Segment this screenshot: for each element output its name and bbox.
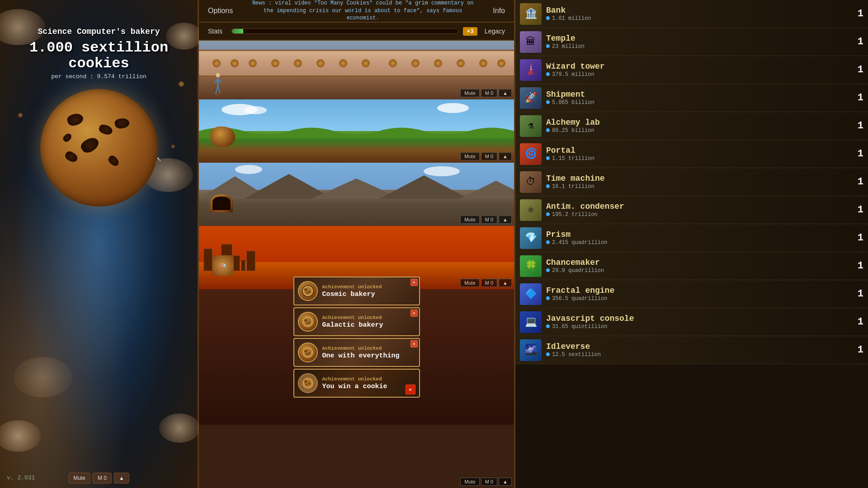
- middle-panel: Options News : viral video "Too Many Coo…: [199, 0, 515, 488]
- building-item-javascript-console[interactable]: 💻 Javascript console 31.65 quintillion 1: [515, 308, 868, 336]
- expand-mine-btn[interactable]: ▲: [499, 216, 512, 224]
- stick-figure: [212, 72, 222, 95]
- building-cost: 31.65 quintillion: [546, 324, 850, 330]
- building-info: Prism 2.415 quadrillion: [546, 230, 850, 246]
- building-item-wizard-tower[interactable]: 🗼 Wizard tower 379.5 million 1: [515, 56, 868, 84]
- stats-button[interactable]: Stats: [203, 26, 227, 37]
- mute-field-btn[interactable]: Mute: [460, 152, 479, 160]
- building-info: Bank 1.61 million: [546, 6, 850, 22]
- building-item-alchemy-lab[interactable]: ⚗️ Alchemy lab 86.25 billion 1: [515, 112, 868, 140]
- building-count: 1: [850, 288, 863, 300]
- building-cost: 86.25 billion: [546, 127, 850, 134]
- svg-line-5: [218, 86, 220, 94]
- legacy-badge: +3: [463, 27, 477, 36]
- xp-bar: [232, 29, 243, 33]
- top-bar: Options News : viral video "Too Many Coo…: [199, 0, 514, 23]
- building-icon: 🚀: [520, 87, 542, 109]
- conveyor-cookie: [497, 59, 505, 67]
- building-info: Chancemaker 29.9 quadrillion: [546, 258, 850, 274]
- achievement-close-cookie[interactable]: ✕: [406, 385, 415, 394]
- building-cost: 1.15 trillion: [546, 155, 850, 162]
- building-item-idleverse[interactable]: 🌌 Idleverse 12.5 sextillion 1: [515, 336, 868, 364]
- building-name: Prism: [546, 230, 850, 239]
- mute-scene-btn[interactable]: Mute: [460, 89, 479, 97]
- conveyor-cookie: [457, 59, 465, 67]
- building-name: Chancemaker: [546, 258, 850, 267]
- building-icon: 🌀: [520, 143, 542, 165]
- scene-field: Mute M 0 ▲: [199, 99, 514, 163]
- building-name: Idleverse: [546, 342, 850, 351]
- achievement-text-galactic: Achievement unlocked Galactic bakery: [322, 315, 414, 329]
- bakery-name: Science Computer's bakery: [38, 27, 160, 36]
- achievement-close-galactic[interactable]: ✕: [410, 310, 418, 317]
- expand-field-btn[interactable]: ▲: [499, 152, 512, 160]
- building-cost: 1.61 million: [546, 15, 850, 22]
- mute-extra-btn[interactable]: Mute: [460, 478, 479, 486]
- achievement-close-onewith[interactable]: ✕: [410, 340, 418, 347]
- m0-field-btn[interactable]: M 0: [481, 152, 497, 160]
- mute-mine-btn[interactable]: Mute: [460, 216, 479, 224]
- conveyor-track: [199, 50, 514, 77]
- building-cost: 29.9 quadrillion: [546, 267, 850, 274]
- expand-button[interactable]: ▲: [114, 473, 129, 483]
- svg-point-21: [304, 319, 307, 322]
- m0-extra-btn[interactable]: M 0: [481, 478, 497, 486]
- building-item-bank[interactable]: 🏦 Bank 1.61 million 1: [515, 0, 868, 28]
- building-info: Shipment 5.865 billion: [546, 90, 850, 106]
- news-ticker: News : viral video "Too Many Cookies" co…: [242, 0, 484, 22]
- svg-point-32: [308, 383, 310, 385]
- building-icon: 💎: [520, 227, 542, 249]
- svg-point-26: [304, 350, 307, 352]
- building-item-prism[interactable]: 💎 Prism 2.415 quadrillion 1: [515, 224, 868, 252]
- expand-factory-btn[interactable]: ▲: [499, 279, 512, 287]
- info-button[interactable]: Info: [484, 0, 514, 22]
- mute-button[interactable]: Mute: [68, 473, 90, 483]
- mute-factory-btn[interactable]: Mute: [460, 279, 479, 287]
- building-info: Wizard tower 379.5 million: [546, 62, 850, 78]
- bottom-controls: Mute M 0 ▲: [68, 473, 129, 483]
- options-button[interactable]: Options: [199, 0, 242, 22]
- building-name: Portal: [546, 146, 850, 155]
- building-item-chancemaker[interactable]: 🍀 Chancemaker 29.9 quadrillion 1: [515, 252, 868, 280]
- m0-factory-btn[interactable]: M 0: [481, 279, 497, 287]
- svg-point-28: [306, 353, 308, 355]
- scene-controls-conveyor: Mute M 0 ▲: [460, 89, 512, 97]
- building-cost: 195.2 trillion: [546, 211, 850, 218]
- building-item-fractal-engine[interactable]: 🔷 Fractal engine 356.5 quadrillion 1: [515, 280, 868, 308]
- building-name: Time machine: [546, 174, 850, 183]
- legacy-button[interactable]: Legacy: [480, 26, 509, 37]
- choc-chip: [61, 132, 72, 143]
- m0-scene-btn[interactable]: M 0: [481, 89, 497, 97]
- achievement-close-cosmic[interactable]: ✕: [410, 279, 418, 286]
- mine-entrance: [210, 194, 233, 212]
- building-info: Temple 23 million: [546, 34, 850, 50]
- conveyor-cookie: [294, 59, 302, 67]
- m0-mine-btn[interactable]: M 0: [481, 216, 497, 224]
- choc-chip: [66, 112, 84, 127]
- choc-chip: [79, 135, 101, 155]
- building-icon: 🏛: [520, 31, 542, 53]
- achievement-icon-cookie: [298, 373, 318, 393]
- main-cookie[interactable]: [40, 89, 158, 206]
- building-item-portal[interactable]: 🌀 Portal 1.15 trillion 1: [515, 140, 868, 168]
- svg-rect-7: [219, 93, 222, 95]
- building-item-antim.-condenser[interactable]: ⚛ Antim. condenser 195.2 trillion 1: [515, 196, 868, 224]
- achievements-panel: Achievement unlocked Cosmic bakery ✕ Ach…: [293, 277, 420, 398]
- conveyor-cookie: [339, 59, 347, 67]
- building-item-temple[interactable]: 🏛 Temple 23 million 1: [515, 28, 868, 56]
- svg-point-16: [304, 288, 307, 291]
- expand-extra-btn[interactable]: ▲: [499, 478, 512, 486]
- expand-scene-btn[interactable]: ▲: [499, 89, 512, 97]
- svg-point-18: [306, 292, 308, 294]
- building-item-shipment[interactable]: 🚀 Shipment 5.865 billion 1: [515, 84, 868, 112]
- building-cost: 5.865 billion: [546, 99, 850, 106]
- per-second: per second : 9.574 trillion: [51, 73, 146, 80]
- building-icon: 💻: [520, 311, 542, 333]
- scenes-container[interactable]: Mute M 0 ▲ Mute M 0 ▲: [199, 41, 514, 488]
- left-panel: ↖ Science Computer's bakery 1.000 sextil…: [0, 0, 199, 488]
- building-cost: 16.1 trillion: [546, 183, 850, 190]
- building-item-time-machine[interactable]: ⏱ Time machine 16.1 trillion 1: [515, 168, 868, 196]
- achievement-onewith: Achievement unlocked One with everything…: [293, 338, 420, 367]
- svg-point-17: [308, 291, 310, 293]
- m0-button[interactable]: M 0: [93, 473, 112, 483]
